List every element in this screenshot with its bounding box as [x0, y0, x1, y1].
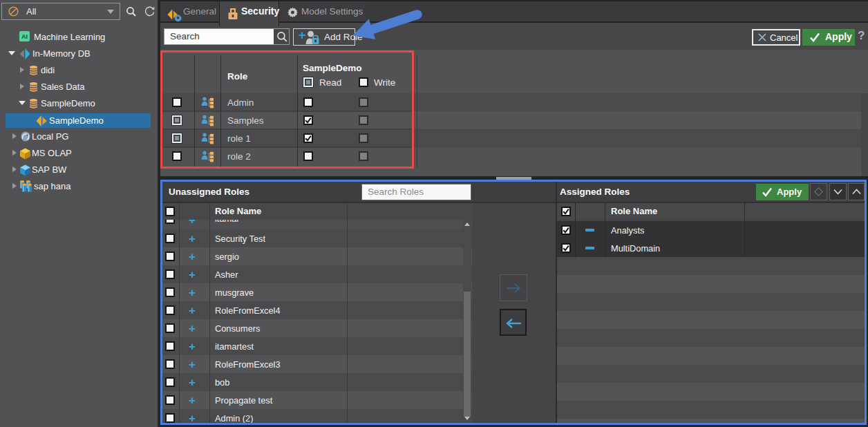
- svg-text:AI: AI: [21, 33, 28, 40]
